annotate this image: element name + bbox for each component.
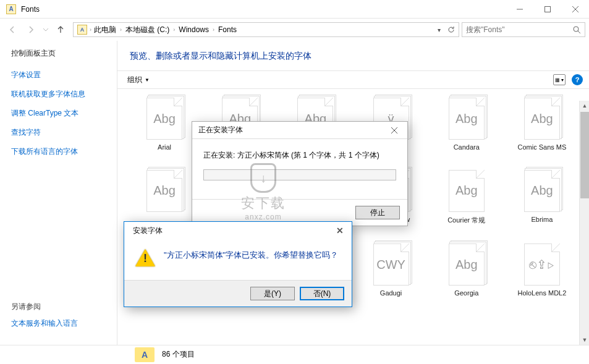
font-item[interactable]: AbgComic Sans MS: [507, 98, 577, 161]
search-icon: [573, 26, 581, 34]
dialog-close-button[interactable]: ✕: [331, 224, 349, 237]
font-name-label: Ebrima: [531, 216, 553, 223]
help-icon[interactable]: ?: [572, 74, 583, 85]
sidebar-link-cleartype[interactable]: 调整 ClearType 文本: [11, 108, 106, 119]
maximize-button[interactable]: [533, 0, 561, 19]
address-bar[interactable]: A › 此电脑 › 本地磁盘 (C:) › Windows › Fonts ▾: [73, 22, 459, 37]
font-preview-icon: Abg: [146, 98, 182, 140]
folder-icon: A: [135, 347, 155, 362]
progress-bar: [203, 169, 396, 180]
font-name-label: Comic Sans MS: [517, 143, 566, 151]
window-title: Fonts: [21, 5, 506, 14]
breadcrumb-item[interactable]: Windows: [176, 24, 211, 35]
install-progress-dialog: 正在安装字体 正在安装: 方正小标宋简体 (第 1 个字体，共 1 个字体) 停…: [192, 121, 408, 226]
confirm-message: "方正小标宋简体"字体已安装。你希望替换它吗？: [164, 249, 338, 268]
sidebar-header: 控制面板主页: [11, 48, 106, 59]
minimize-button[interactable]: [506, 0, 533, 19]
font-item[interactable]: AbgGeorgia: [432, 243, 501, 309]
font-name-label: Georgia: [454, 289, 478, 297]
font-name-label: Gadugi: [380, 289, 402, 297]
font-name-label: Arial: [158, 143, 171, 151]
svg-rect-0: [545, 6, 550, 12]
font-item[interactable]: ⎋⇪▷HoloLens MDL2: [507, 243, 577, 309]
close-button[interactable]: [561, 0, 589, 19]
breadcrumb: 此电脑 › 本地磁盘 (C:) › Windows › Fonts: [91, 23, 239, 36]
chevron-down-icon: ▼: [145, 77, 150, 83]
toolbar: 组织 ▼ ▦ ▾ ?: [117, 70, 589, 89]
search-box[interactable]: [462, 22, 585, 37]
sidebar-link-online[interactable]: 联机获取更多字体信息: [11, 89, 106, 99]
dialog-titlebar[interactable]: 安装字体 ✕: [124, 222, 352, 239]
address-dropdown[interactable]: ▾: [433, 23, 445, 36]
vertical-scrollbar[interactable]: ▲ ▼: [579, 101, 589, 345]
status-bar: A 86 个项目: [0, 345, 589, 363]
no-button[interactable]: 否(N): [300, 287, 344, 300]
font-item[interactable]: CWYGadugi: [356, 243, 425, 309]
yes-button[interactable]: 是(Y): [250, 287, 295, 300]
window-controls: [506, 0, 589, 19]
sidebar: 控制面板主页 字体设置 联机获取更多字体信息 调整 ClearType 文本 查…: [0, 41, 117, 345]
font-name-label: HoloLens MDL2: [517, 289, 566, 297]
svg-point-1: [574, 27, 578, 32]
sidebar-link-text-services[interactable]: 文本服务和输入语言: [11, 318, 106, 329]
chevron-right-icon: ›: [120, 27, 122, 33]
font-item[interactable]: AbgEbrima: [507, 170, 577, 235]
breadcrumb-item[interactable]: Fonts: [216, 24, 239, 35]
font-preview-icon: ⎋⇪▷: [524, 243, 560, 286]
fonts-app-icon: A: [6, 4, 16, 14]
sidebar-footer-header: 另请参阅: [11, 302, 106, 312]
sidebar-link-download[interactable]: 下载所有语言的字体: [11, 146, 106, 157]
sidebar-link-find-char[interactable]: 查找字符: [11, 127, 106, 138]
back-button[interactable]: [4, 22, 21, 38]
scroll-up-button[interactable]: ▲: [580, 101, 589, 111]
confirm-replace-dialog: 安装字体 ✕ ! "方正小标宋简体"字体已安装。你希望替换它吗？ 是(Y) 否(…: [124, 221, 352, 307]
chevron-right-icon: ›: [173, 27, 175, 33]
fonts-folder-icon: A: [77, 25, 87, 35]
breadcrumb-item[interactable]: 本地磁盘 (C:): [123, 23, 172, 36]
font-preview-icon: Abg: [449, 98, 485, 140]
font-item[interactable]: AbgCourier 常规: [432, 170, 501, 235]
dialog-titlebar[interactable]: 正在安装字体: [192, 122, 407, 139]
page-title: 预览、删除或者显示和隐藏计算机上安装的字体: [130, 51, 577, 62]
organize-label: 组织: [127, 75, 142, 85]
font-preview-icon: Abg: [524, 98, 560, 140]
progress-message: 正在安装: 方正小标宋简体 (第 1 个字体，共 1 个字体): [203, 150, 396, 161]
item-count: 86 个项目: [162, 349, 195, 360]
dialog-title: 正在安装字体: [196, 125, 385, 135]
search-input[interactable]: [466, 25, 573, 34]
dialog-title: 安装字体: [130, 226, 331, 236]
sidebar-link-settings[interactable]: 字体设置: [11, 70, 106, 80]
font-name-label: Candara: [454, 143, 480, 151]
view-options-button[interactable]: ▦ ▾: [553, 74, 566, 85]
font-preview-icon: Abg: [524, 170, 560, 212]
refresh-button[interactable]: [445, 23, 457, 36]
up-button[interactable]: [52, 22, 69, 38]
font-preview-icon: Abg: [449, 170, 485, 212]
window-titlebar: A Fonts: [0, 0, 589, 19]
warning-icon: !: [135, 249, 155, 268]
font-item[interactable]: AbgArial: [130, 98, 199, 161]
scroll-down-button[interactable]: ▼: [580, 335, 589, 345]
stop-button[interactable]: 停止: [355, 206, 400, 219]
font-item[interactable]: AbgCandara: [432, 98, 501, 161]
font-name-label: Courier 常规: [447, 216, 485, 225]
breadcrumb-item[interactable]: 此电脑: [91, 23, 119, 36]
forward-button[interactable]: [22, 22, 40, 38]
organize-button[interactable]: 组织 ▼: [124, 74, 153, 87]
font-preview-icon: CWY: [373, 243, 409, 286]
recent-dropdown[interactable]: [41, 22, 51, 38]
navigation-bar: A › 此电脑 › 本地磁盘 (C:) › Windows › Fonts ▾: [0, 19, 589, 41]
scrollbar-thumb[interactable]: [580, 112, 589, 198]
chevron-right-icon: ›: [213, 27, 214, 33]
font-preview-icon: Abg: [449, 243, 485, 286]
dialog-close-button[interactable]: [385, 124, 404, 137]
font-preview-icon: Abg: [146, 170, 182, 212]
